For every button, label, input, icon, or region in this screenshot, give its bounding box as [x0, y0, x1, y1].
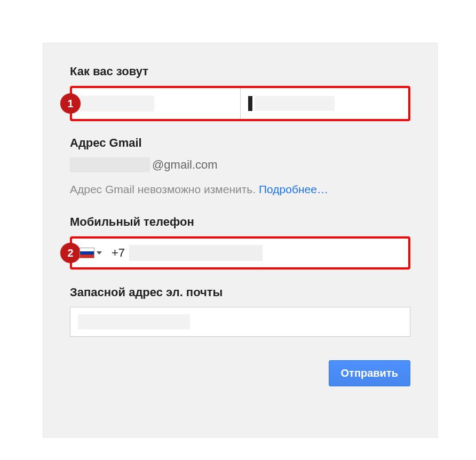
phone-country-code: +7 — [112, 246, 125, 260]
gmail-address-display: @gmail.com — [70, 157, 410, 172]
country-flag-selector[interactable] — [80, 248, 112, 258]
annotation-badge-1: 1 — [60, 93, 81, 114]
last-name-initial — [248, 96, 252, 111]
phone-field-group: Мобильный телефон 2 +7 — [70, 215, 410, 269]
gmail-domain-suffix: @gmail.com — [152, 158, 218, 172]
name-row — [72, 88, 408, 119]
name-highlight-box: 1 — [70, 86, 410, 121]
recovery-field-group: Запасной адрес эл. почты — [70, 285, 410, 337]
button-row: Отправить — [70, 360, 410, 386]
annotation-badge-2: 2 — [60, 243, 81, 263]
recovery-label: Запасной адрес эл. почты — [70, 285, 410, 299]
gmail-note-text: Адрес Gmail невозможно изменить. — [70, 183, 259, 195]
gmail-field-group: Адрес Gmail @gmail.com Адрес Gmail невоз… — [70, 136, 410, 196]
submit-button[interactable]: Отправить — [329, 360, 410, 386]
last-name-input[interactable] — [240, 88, 409, 119]
name-label: Как вас зовут — [70, 65, 410, 78]
gmail-label: Адрес Gmail — [70, 136, 410, 150]
first-name-input[interactable] — [72, 88, 240, 119]
phone-highlight-box: 2 +7 — [70, 236, 410, 269]
first-name-redacted — [80, 96, 154, 112]
russia-flag-icon — [80, 248, 94, 258]
name-field-group: Как вас зовут 1 — [70, 65, 410, 121]
account-form-panel: Как вас зовут 1 Адрес Gmail @gmail.com А… — [43, 43, 438, 438]
gmail-learn-more-link[interactable]: Подробнее… — [259, 183, 328, 195]
chevron-down-icon — [97, 251, 102, 255]
phone-number-redacted[interactable] — [129, 245, 263, 261]
recovery-email-redacted — [78, 314, 190, 329]
phone-label: Мобильный телефон — [70, 215, 410, 229]
gmail-note: Адрес Gmail невозможно изменить. Подробн… — [70, 183, 410, 196]
recovery-email-input[interactable] — [70, 307, 410, 337]
gmail-local-redacted — [70, 157, 150, 172]
last-name-redacted — [255, 96, 335, 111]
